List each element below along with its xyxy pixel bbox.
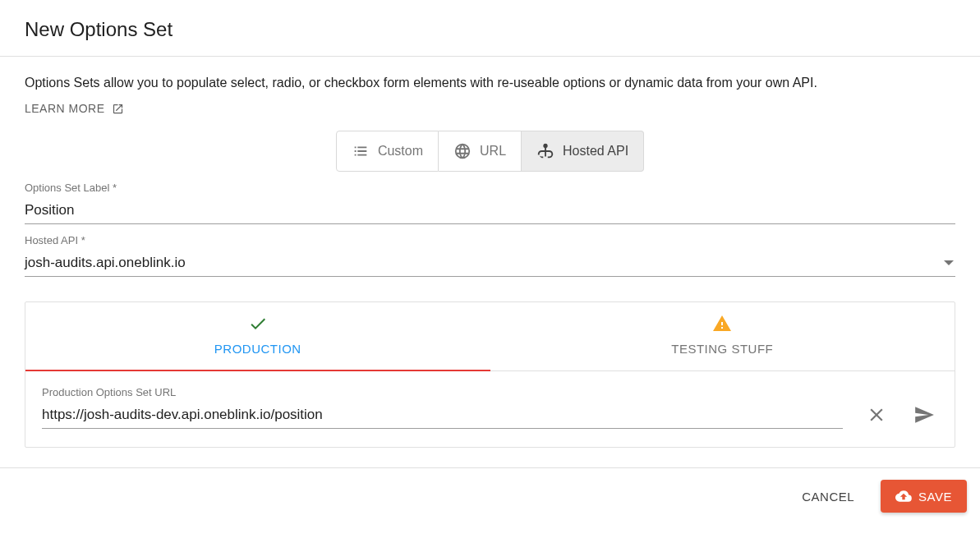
options-set-label-field: Options Set Label * [25,182,955,224]
tab-testing[interactable]: TESTING STUFF [490,302,955,370]
hosted-api-value: josh-audits.api.oneblink.io [25,250,955,276]
new-options-set-dialog: New Options Set Options Sets allow you t… [0,0,980,524]
toggle-hosted-api-label: Hosted API [563,144,628,159]
toggle-custom[interactable]: Custom [336,131,439,172]
dialog-footer: CANCEL SAVE [0,467,980,524]
toggle-hosted-api[interactable]: Hosted API [522,131,644,172]
save-button-label: SAVE [918,490,952,504]
tab-body: Production Options Set URL [25,371,955,447]
toggle-custom-label: Custom [378,144,423,159]
tab-testing-label: TESTING STUFF [671,342,773,356]
url-row: Production Options Set URL [42,386,938,429]
type-toggle-row: Custom URL Hosted API [25,131,955,172]
check-icon [248,314,268,334]
dialog-body: Options Sets allow you to populate selec… [0,57,980,467]
cloud-upload-icon [895,488,912,504]
hub-icon [536,142,554,160]
options-set-label-input[interactable] [25,197,955,224]
intro-text: Options Sets allow you to populate selec… [25,73,955,93]
type-toggle-group: Custom URL Hosted API [336,131,644,172]
warning-icon [712,314,732,334]
learn-more-label: LEARN MORE [25,102,105,115]
close-icon [866,404,887,426]
chevron-down-icon [944,260,954,265]
learn-more-link[interactable]: LEARN MORE [25,102,124,115]
test-url-button[interactable] [910,401,938,429]
hosted-api-caption: Hosted API * [25,234,955,246]
list-icon [352,142,370,160]
production-url-caption: Production Options Set URL [42,386,843,398]
cancel-button[interactable]: CANCEL [790,481,866,512]
hosted-api-field: Hosted API * josh-audits.api.oneblink.io [25,234,955,277]
clear-url-button[interactable] [863,401,890,429]
dialog-header: New Options Set [0,0,980,57]
tab-production-label: PRODUCTION [214,342,301,356]
send-icon [913,404,935,426]
hosted-api-select[interactable]: josh-audits.api.oneblink.io [25,250,955,277]
environments-card: PRODUCTION TESTING STUFF Production Opti… [25,301,955,448]
globe-icon [453,142,472,160]
tab-production[interactable]: PRODUCTION [25,302,490,370]
save-button[interactable]: SAVE [881,480,967,513]
environment-tabs: PRODUCTION TESTING STUFF [25,302,955,371]
dialog-title: New Options Set [25,18,955,41]
production-url-input[interactable] [42,402,843,429]
options-set-label-caption: Options Set Label * [25,182,955,194]
production-url-field: Production Options Set URL [42,386,843,429]
toggle-url[interactable]: URL [439,131,522,172]
toggle-url-label: URL [480,144,506,159]
external-link-icon [112,103,124,115]
